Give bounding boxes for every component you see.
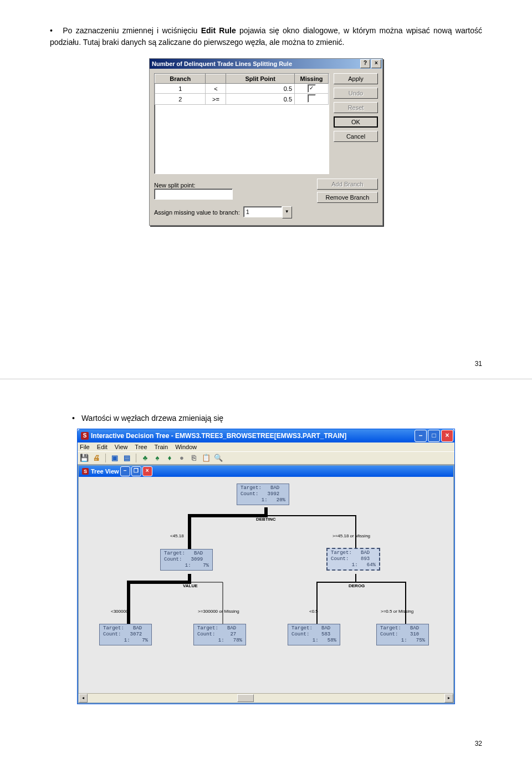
minimize-button[interactable]: – [120,466,130,476]
menu-edit[interactable]: Edit [97,444,108,450]
tree-node[interactable]: Target: BAD Count: 3072 1: 7% [99,624,152,645]
new-split-label: New split point: [154,182,237,189]
menu-tree[interactable]: Tree [135,444,147,450]
save-icon[interactable]: 💾 [80,454,89,462]
apply-button[interactable]: Apply [334,73,378,84]
menu-file[interactable]: File [80,444,90,450]
tree-node[interactable]: Target: BAD Count: 583 1: 58% [288,624,340,645]
paste-icon[interactable]: 📋 [202,454,211,462]
assign-missing-label: Assign missing value to branch: [154,209,240,216]
print-icon[interactable]: 🖨 [92,454,101,462]
maximize-button[interactable]: □ [428,430,440,442]
branch-label: <45.18 [170,533,184,538]
scroll-right-icon[interactable]: ▸ [444,694,453,703]
ok-button[interactable]: OK [334,116,378,128]
cell-branch[interactable]: 2 [155,94,206,105]
bullet-item: Po zaznaczeniu zmiennej i wciśnięciu Edi… [50,25,482,48]
assign-missing-dropdown[interactable]: 1 ▼ [243,206,292,218]
table-row[interactable]: 1 < 0.5 ✓ [155,84,329,94]
tree-icon[interactable]: ▣ [110,454,119,462]
cell-split-point[interactable]: 0.5 [226,94,295,105]
restore-button[interactable]: ❐ [131,466,141,476]
cell-op[interactable]: >= [206,94,226,105]
close-button[interactable]: × [441,430,453,442]
tree-stats-icon[interactable]: ▤ [122,454,131,462]
rules-table: Branch Split Point Missing 1 < 0.5 ✓ [154,73,329,174]
reset-button[interactable]: Reset [334,102,378,113]
scrollbar-thumb[interactable] [237,694,254,702]
branch-label: <0.5 [309,609,318,614]
split-var-root: DEBTINC [256,517,276,522]
circle-icon[interactable]: ● [177,454,186,462]
scrollbar-track[interactable] [88,694,444,703]
dialog-titlebar[interactable]: Number of Delinquent Trade Lines Splitti… [150,59,382,69]
col-branch[interactable]: Branch [155,74,206,84]
window-title: Interactive Decision Tree - EMWS3.TREE3_… [91,432,413,440]
col-split-point[interactable]: Split Point [226,74,295,84]
search-icon[interactable]: 🔍 [214,454,223,462]
checkbox-icon[interactable]: ✓ [308,84,316,93]
inner-title: Tree View [91,468,119,475]
help-button[interactable]: ? [360,59,370,68]
inner-titlebar[interactable]: S Tree View – ❐ × [79,466,453,477]
menu-bar: File Edit View Tree Train Window [78,442,454,451]
table-row[interactable]: 2 >= 0.5 [155,94,329,105]
toolbar: 💾 🖨 ▣ ▤ ♣ ♠ ♦ ● ⎘ 📋 🔍 [78,451,454,465]
sas-icon: S [81,432,89,440]
bullet-list: Wartości w węzłach drzewa zmieniają się [72,413,482,424]
text: Po zaznaczeniu zmiennej i wciśnięciu [63,26,201,35]
cell-branch[interactable]: 1 [155,84,206,94]
tree-node[interactable]: Target: BAD Count: 310 1: 75% [376,624,429,645]
scroll-left-icon[interactable]: ◂ [79,694,88,703]
new-split-input[interactable] [154,189,233,200]
page-number: 32 [475,740,482,747]
tree-node-root[interactable]: Target: BAD Count: 3992 1: 20% [237,484,289,505]
horizontal-scrollbar[interactable]: ◂ ▸ [79,693,453,703]
col-op[interactable] [206,74,226,84]
tree-node-selected[interactable]: Target: BAD Count: 893 1: 64% [326,548,380,571]
menu-window[interactable]: Window [175,444,197,450]
menu-view[interactable]: View [115,444,128,450]
tree-canvas[interactable]: Target: BAD Count: 3992 1: 20% DEBTINC <… [79,477,453,693]
close-button[interactable]: × [142,466,152,476]
text: Wartości w węzłach drzewa zmieniają się [81,414,223,423]
bold-text: Edit Rule [201,26,236,35]
cell-split-point[interactable]: 0.5 [226,84,295,94]
tree-connections [79,477,453,693]
cancel-button[interactable]: Cancel [334,131,378,142]
branch3-icon[interactable]: ♦ [165,454,174,462]
col-missing[interactable]: Missing [295,74,329,84]
table-header-row: Branch Split Point Missing [155,74,329,84]
bullet-item: Wartości w węzłach drzewa zmieniają się [72,413,482,424]
chevron-down-icon[interactable]: ▼ [282,206,292,218]
branch-label: >=0.5 or Missing [381,609,413,614]
menu-train[interactable]: Train [154,444,168,450]
checkbox-icon[interactable] [308,94,316,103]
add-branch-button[interactable]: Add Branch [317,179,378,190]
close-button[interactable]: × [371,59,381,68]
remove-branch-button[interactable]: Remove Branch [317,192,378,203]
splitting-rule-dialog: Number of Delinquent Trade Lines Splitti… [149,58,383,226]
split-var-right: DEROG [349,583,365,588]
minimize-button[interactable]: – [415,430,427,442]
tree-node[interactable]: Target: BAD Count: 27 1: 78% [193,624,246,645]
separator [136,454,136,462]
tree-node[interactable]: Target: BAD Count: 3099 1: 7% [160,549,213,571]
bullet-list: Po zaznaczeniu zmiennej i wciśnięciu Edi… [50,25,482,48]
sas-icon: S [82,468,89,475]
page-number: 31 [475,360,482,368]
branch-label: <300000 [111,609,128,614]
branch-label: >=45.18 or Missing [332,533,370,538]
decision-tree-window: S Interactive Decision Tree - EMWS3.TREE… [77,429,455,704]
split-var-left: VALUE [183,583,198,588]
separator [105,454,106,462]
window-titlebar[interactable]: S Interactive Decision Tree - EMWS3.TREE… [78,429,454,442]
cell-missing[interactable]: ✓ [295,84,329,94]
cell-op[interactable]: < [206,84,226,94]
branch2-icon[interactable]: ♠ [153,454,162,462]
copy-icon[interactable]: ⎘ [190,454,198,462]
branch-icon[interactable]: ♣ [141,454,150,462]
cell-missing[interactable] [295,94,329,105]
assign-missing-value[interactable]: 1 [243,206,282,217]
undo-button[interactable]: Undo [334,88,378,99]
